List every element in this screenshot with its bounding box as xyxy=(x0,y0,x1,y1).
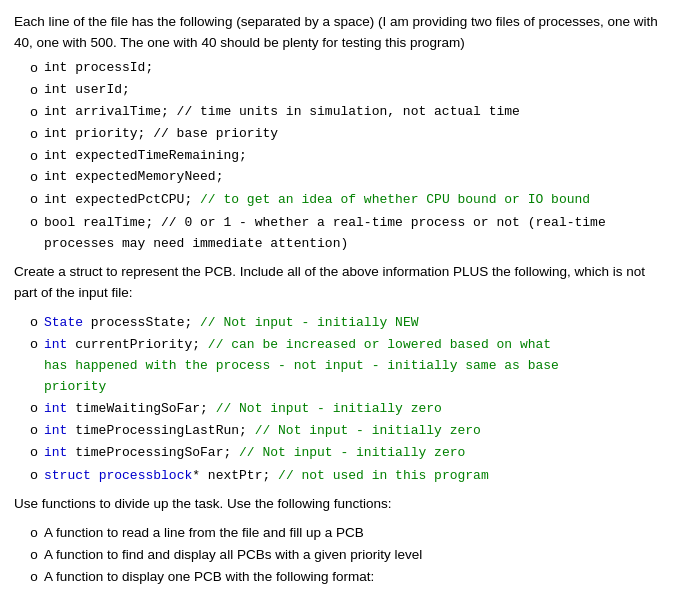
list-item-text: int timeWaitingSoFar; // Not input - ini… xyxy=(44,398,664,419)
bullet: o xyxy=(24,420,44,441)
bullet: o xyxy=(24,146,44,167)
list-item-nextptr: o struct processblock* nextPtr; // not u… xyxy=(14,465,664,486)
bullet: o xyxy=(24,167,44,188)
list-item-text: A function to find and display all PCBs … xyxy=(44,545,664,566)
list-item-processing: o int timeProcessingSoFar; // Not input … xyxy=(14,442,664,463)
list-item-text: A function to display one PCB with the f… xyxy=(44,567,664,588)
list-item-text: int processId; xyxy=(44,58,664,78)
bullet: o xyxy=(24,523,44,544)
list-item-state: o State processState; // Not input - ini… xyxy=(14,312,664,333)
intro-paragraph: Each line of the file has the following … xyxy=(14,12,664,54)
list-item-text: int userId; xyxy=(44,80,664,100)
bullet: o xyxy=(24,567,44,588)
list-item: o int processId; xyxy=(14,58,664,79)
list-item-text: int expectedMemoryNeed; xyxy=(44,167,664,187)
list-item-text: int timeProcessingSoFar; // Not input - … xyxy=(44,442,664,463)
list-item-last-run: o int timeProcessingLastRun; // Not inpu… xyxy=(14,420,664,441)
paragraph3: Use functions to divide up the task. Use… xyxy=(14,494,664,515)
list-item-text: bool realTime; // 0 or 1 - whether a rea… xyxy=(44,212,664,254)
list-item-display: o A function to display one PCB with the… xyxy=(14,567,664,588)
list-item-text: int expectedPctCPU; // to get an idea of… xyxy=(44,189,664,210)
list-item-text: struct processblock* nextPtr; // not use… xyxy=(44,465,664,486)
list-item-text: int priority; // base priority xyxy=(44,124,664,144)
bullet: o xyxy=(24,545,44,566)
list-item-text: State processState; // Not input - initi… xyxy=(44,312,664,333)
list-item: o int priority; // base priority xyxy=(14,124,664,145)
bullet: o xyxy=(24,58,44,79)
bullet: o xyxy=(24,334,44,355)
functions-list: o A function to read a line from the fil… xyxy=(14,523,664,588)
list-item-text: int timeProcessingLastRun; // Not input … xyxy=(44,420,664,441)
paragraph2: Create a struct to represent the PCB. In… xyxy=(14,262,664,304)
pcb-fields-list: o State processState; // Not input - ini… xyxy=(14,312,664,486)
list-item: o int expectedMemoryNeed; xyxy=(14,167,664,188)
list-item-text: A function to read a line from the file … xyxy=(44,523,664,544)
bullet: o xyxy=(24,312,44,333)
list-item-waiting: o int timeWaitingSoFar; // Not input - i… xyxy=(14,398,664,419)
list-item-text: int currentPriority; // can be increased… xyxy=(44,334,664,397)
list-item: o bool realTime; // 0 or 1 - whether a r… xyxy=(14,212,664,254)
list-item: o int expectedPctCPU; // to get an idea … xyxy=(14,189,664,210)
list-item-text: int arrivalTime; // time units in simula… xyxy=(44,102,664,122)
file-fields-list: o int processId; o int userId; o int arr… xyxy=(14,58,664,254)
list-item-read: o A function to read a line from the fil… xyxy=(14,523,664,544)
list-item: o int arrivalTime; // time units in simu… xyxy=(14,102,664,123)
bullet: o xyxy=(24,80,44,101)
list-item: o int expectedTimeRemaining; xyxy=(14,146,664,167)
list-item-find: o A function to find and display all PCB… xyxy=(14,545,664,566)
bullet: o xyxy=(24,212,44,233)
list-item: o int userId; xyxy=(14,80,664,101)
bullet: o xyxy=(24,398,44,419)
bullet: o xyxy=(24,124,44,145)
bullet: o xyxy=(24,465,44,486)
list-item-text: int expectedTimeRemaining; xyxy=(44,146,664,166)
bullet: o xyxy=(24,189,44,210)
bullet: o xyxy=(24,442,44,463)
list-item-priority: o int currentPriority; // can be increas… xyxy=(14,334,664,397)
bullet: o xyxy=(24,102,44,123)
